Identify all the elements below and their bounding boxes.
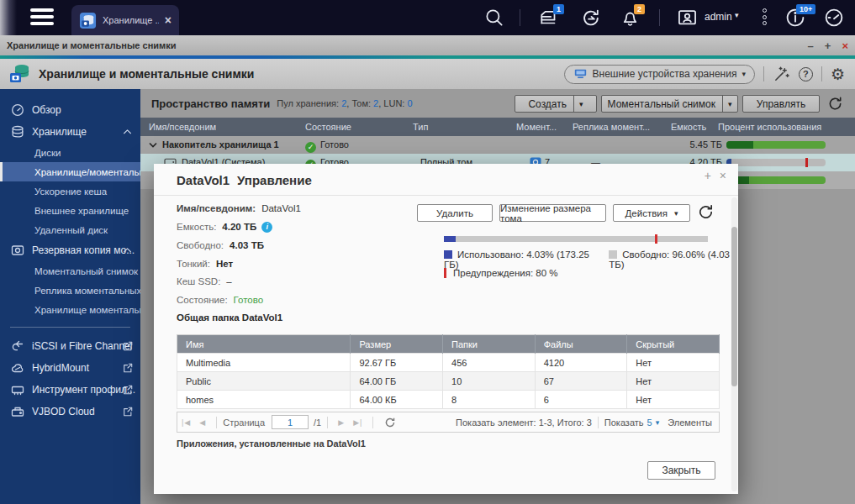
field-value: 4.03 ТБ — [230, 240, 264, 250]
sidebar-item-snapshot[interactable]: Моментальный снимок — [0, 261, 140, 281]
column-usage[interactable]: Процент использования — [718, 118, 821, 136]
dialog-scrollbar[interactable] — [731, 197, 737, 491]
actions-button[interactable]: Действия ▾ — [613, 204, 690, 222]
page-input[interactable] — [272, 415, 309, 429]
info-icon[interactable]: i — [261, 222, 272, 233]
page-first-icon[interactable]: |◀ — [182, 418, 191, 427]
share-name: Multimedia — [177, 354, 351, 372]
external-link-icon — [123, 407, 133, 417]
apps-note: Приложения, установленные на DataVol1 — [177, 438, 366, 449]
snapshot-button[interactable]: Моментальный снимок ▾ — [601, 95, 738, 113]
sidebar-item-disks[interactable]: Диски — [0, 143, 140, 162]
resize-volume-button[interactable]: Изменение размера тома — [499, 204, 606, 222]
column-type[interactable]: Тип — [413, 118, 428, 136]
dialog-close-icon[interactable]: × — [720, 170, 726, 181]
vjbod-cloud-icon — [11, 406, 24, 417]
ssd-icon — [11, 384, 24, 396]
sidebar-item-cache-acceleration[interactable]: Ускорение кеша — [0, 181, 140, 201]
resize-label: Изменение размера тома — [500, 203, 605, 223]
sidebar-item-remote-disk[interactable]: Удаленный диск — [0, 220, 140, 239]
page-prev-icon[interactable]: ◀ — [199, 418, 206, 427]
updates-badge: 10+ — [796, 4, 815, 14]
shared-folder-heading: Общая папка DataVol1 — [177, 312, 404, 323]
range-info: Показать элемент: 1-3, Итого: 3 — [456, 417, 592, 428]
shares-column-files[interactable]: Файлы — [535, 335, 627, 354]
storage-app-icon — [79, 12, 97, 29]
kebab-menu-icon[interactable] — [757, 8, 772, 27]
share-size: 64.00 КБ — [351, 391, 443, 409]
shares-row[interactable]: Multimedia 92.67 ГБ 456 4120 Нет — [177, 354, 720, 372]
shares-column-name[interactable]: Имя — [177, 335, 351, 354]
stat-value: 2 — [341, 98, 346, 108]
user-icon[interactable] — [676, 7, 699, 29]
minimize-button[interactable]: – — [808, 40, 814, 51]
sync-icon[interactable] — [580, 7, 603, 29]
status-ok-icon: ✓ — [305, 142, 316, 153]
dialog-refresh-icon[interactable] — [697, 203, 715, 221]
main-menu-button[interactable] — [30, 8, 55, 27]
used-legend-label: Использовано: 4.03% (173.25 ГБ) — [444, 249, 589, 270]
share-folders: 10 — [443, 372, 536, 391]
section-title: Пространство памяти — [151, 97, 270, 110]
volume-usage-meter — [444, 236, 708, 242]
column-snapshots[interactable]: Момент... — [516, 118, 557, 136]
sidebar-item-profiling-tool[interactable]: Инструмент профил... — [0, 379, 140, 401]
collapse-caret-icon[interactable] — [149, 142, 157, 148]
share-name: Public — [177, 372, 351, 391]
sidebar-item-overview[interactable]: Обзор — [0, 99, 140, 121]
sidebar-item-snapshot-replica[interactable]: Реплика моментальных ... — [0, 281, 140, 300]
column-name[interactable]: Имя/псевдоним — [149, 118, 216, 136]
caret-down-icon: ▾ — [674, 209, 678, 218]
table-row-pool[interactable]: Накопитель хранилища 1 ✓Готово 5.45 ТБ — [140, 136, 855, 154]
sidebar-item-storage[interactable]: Хранилище — [0, 121, 140, 143]
header-divider — [821, 66, 822, 81]
shares-column-size[interactable]: Размер — [351, 335, 443, 354]
table-refresh-icon[interactable] — [384, 417, 396, 428]
search-icon[interactable] — [483, 7, 505, 29]
external-link-icon — [123, 363, 133, 373]
close-window-button[interactable]: × — [842, 40, 848, 51]
shares-column-folders[interactable]: Папки — [443, 335, 536, 354]
help-icon[interactable]: ? — [799, 67, 813, 81]
manage-button[interactable]: Управлять — [742, 95, 820, 113]
sidebar-item-snapshot-backup[interactable]: Резервная копия мо... — [0, 239, 140, 261]
dialog-maximize-icon[interactable]: + — [705, 170, 711, 181]
sidebar-item-vjbod-cloud[interactable]: VJBOD Cloud — [0, 401, 140, 423]
delete-button[interactable]: Удалить — [417, 204, 493, 222]
refresh-icon[interactable] — [827, 96, 843, 112]
shares-column-hidden[interactable]: Скрытый — [627, 335, 720, 354]
shares-row[interactable]: Public 64.00 ГБ 10 67 Нет — [177, 372, 720, 391]
shares-row[interactable]: homes 64.00 КБ 8 6 Нет — [177, 391, 720, 409]
scrollbar-thumb[interactable] — [731, 227, 737, 386]
share-size: 92.67 ГБ — [351, 354, 443, 372]
column-capacity[interactable]: Емкость — [671, 118, 706, 136]
wizard-wand-icon[interactable] — [773, 66, 790, 83]
page-size-select[interactable]: 5 — [647, 417, 652, 428]
close-dialog-button[interactable]: Закрыть — [647, 461, 715, 480]
tab-close-icon[interactable]: × — [165, 13, 172, 27]
sidebar-item-iscsi[interactable]: iSCSI и Fibre Channel — [0, 335, 140, 357]
page-next-icon[interactable]: ▶ — [338, 418, 345, 427]
sidebar-item-external-storage[interactable]: Внешнее хранилище — [0, 201, 140, 220]
snapshot-label: Моментальный снимок — [608, 98, 715, 110]
sidebar-item-snapshot-vault[interactable]: Хранилище моментальн... — [0, 300, 140, 319]
gear-icon[interactable]: ⚙ — [831, 66, 845, 82]
stat-value: 2 — [373, 98, 378, 108]
share-files: 4120 — [535, 354, 627, 372]
create-button[interactable]: Создать ▾ — [515, 95, 597, 113]
chevron-up-icon — [123, 248, 132, 254]
page-last-icon[interactable]: ▶| — [353, 418, 362, 427]
chevron-down-icon: ▾ — [742, 70, 746, 78]
admin-menu[interactable]: admin — [705, 11, 732, 23]
sidebar-item-storage-snapshots[interactable]: Хранилище/моментальн... — [0, 162, 140, 181]
app-tab-storage[interactable]: Хранилище ... × — [71, 5, 179, 35]
column-replica[interactable]: Реплика момент... — [573, 118, 650, 136]
sidebar-item-hybridmount[interactable]: HybridMount — [0, 357, 140, 379]
volume-usage-bar — [726, 159, 826, 166]
caret-down-icon[interactable]: ▾ — [656, 418, 660, 427]
maximize-button[interactable]: + — [825, 40, 831, 51]
share-hidden: Нет — [627, 391, 720, 409]
dashboard-icon[interactable] — [822, 6, 846, 29]
column-state[interactable]: Состояние — [305, 118, 351, 136]
external-devices-button[interactable]: Внешние устройства хранения ▾ — [564, 65, 755, 84]
